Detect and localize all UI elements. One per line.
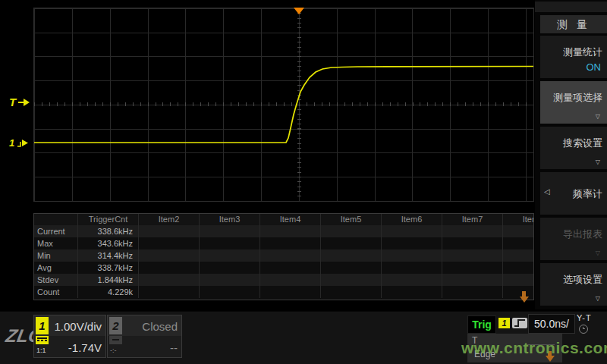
chevron-down-icon: ▽ <box>596 113 600 120</box>
watermark: www.cntronics.com <box>461 339 607 357</box>
table-cell <box>260 237 321 249</box>
table-cell <box>382 249 442 262</box>
table-cell: 314.4kHz <box>78 249 139 262</box>
table-cell <box>200 262 260 274</box>
channel2-status: Closed <box>142 320 178 333</box>
table-cell <box>139 286 200 298</box>
table-cell <box>503 225 534 237</box>
menu-title: 测 量 <box>540 15 607 33</box>
trig-button[interactable]: Trig <box>467 315 496 334</box>
edge-trigger-icon <box>512 318 527 328</box>
table-cell: 1.844kHz <box>78 274 139 286</box>
sidebar-menu-item[interactable]: 导出报表 ▽ <box>540 218 607 260</box>
table-cell <box>260 262 321 274</box>
table-row: Avg338.7kHz <box>34 262 533 274</box>
sidebar-menu-item[interactable]: 测量统计 ON <box>540 36 607 78</box>
table-cell <box>442 225 503 237</box>
table-cell <box>139 237 200 249</box>
timebase-box[interactable]: 50.0ns/ <box>528 314 575 334</box>
sidebar-item-label: 频率计 <box>573 187 602 201</box>
oscilloscope-screen: T 1 TriggerCntItem2Item3Item4Item5Item6I… <box>0 0 607 364</box>
table-row: Current338.6kHz <box>34 225 533 237</box>
table-cell: Avg <box>34 262 78 274</box>
table-cell: Stdev <box>34 274 78 286</box>
chevron-down-icon: ▽ <box>596 295 600 302</box>
sidebar-item-value: ON <box>587 61 602 73</box>
table-header-cell <box>34 214 78 225</box>
waveform-plot <box>33 8 534 202</box>
table-header-cell: Item5 <box>321 214 382 225</box>
table-cell <box>503 286 534 298</box>
table-cell: 338.6kHz <box>78 225 139 237</box>
sidebar-menu-item[interactable]: 搜索设置 ▽ <box>540 127 607 169</box>
table-cell: 4.229k <box>78 286 139 298</box>
table-cell <box>503 249 534 262</box>
channel1-badge: 1 <box>36 317 49 334</box>
dc-coupling-icon <box>36 336 49 344</box>
table-cell <box>382 225 442 237</box>
channel2-badge: 2 <box>109 317 122 334</box>
channel1-offset: -1.74V <box>68 341 102 354</box>
sidebar-top-strip <box>535 2 607 12</box>
scroll-down-icon[interactable] <box>520 297 529 303</box>
table-cell <box>139 274 200 286</box>
chevron-down-icon: ▽ <box>596 249 600 256</box>
table-cell <box>503 237 534 249</box>
table-header-cell: Item8 <box>503 214 534 225</box>
table-cell <box>321 249 382 262</box>
table-cell: 338.7kHz <box>78 262 139 274</box>
sidebar-item-label: 选项设置 <box>563 273 602 287</box>
table-cell <box>321 286 382 298</box>
trigger-level-marker[interactable]: T <box>9 96 30 108</box>
channel1-info-box[interactable]: 1 1:1 1.00V/div -1.74V <box>33 315 106 358</box>
table-cell <box>382 262 442 274</box>
table-header-cell: Item3 <box>200 214 260 225</box>
trigger-position-marker[interactable] <box>294 8 304 14</box>
table-cell <box>442 237 503 249</box>
sidebar-item-label: 测量统计 <box>563 46 602 59</box>
table-row: Max343.6kHz <box>34 237 533 249</box>
clock-icon <box>579 325 588 334</box>
table-cell <box>260 274 321 286</box>
channel1-marker-label: 1 <box>9 137 14 149</box>
table-cell <box>321 274 382 286</box>
table-cell <box>200 249 260 262</box>
channel1-marker-icon <box>16 139 30 148</box>
table-cell <box>200 274 260 286</box>
channel1-scale: 1.00V/div <box>54 320 102 333</box>
measurement-table: TriggerCntItem2Item3Item4Item5Item6Item7… <box>33 213 534 300</box>
table-header-cell: Item4 <box>260 214 321 225</box>
channel1-position-marker[interactable]: 1 <box>9 137 30 149</box>
table-header-cell: Item7 <box>442 214 503 225</box>
sidebar-item-label: 测量项选择 <box>553 91 602 105</box>
table-cell <box>260 249 321 262</box>
table-cell <box>382 274 442 286</box>
table-cell: Current <box>34 225 78 237</box>
table-cell <box>321 262 382 274</box>
sidebar-item-label: 搜索设置 <box>563 136 602 150</box>
table-cell <box>260 225 321 237</box>
table-cell: Max <box>34 237 78 249</box>
sidebar-menu-item[interactable]: 选项设置 ▽ <box>540 263 607 306</box>
table-cell <box>382 237 442 249</box>
channel1-trace <box>34 8 533 201</box>
table-header-row: TriggerCntItem2Item3Item4Item5Item6Item7… <box>34 214 533 225</box>
table-cell <box>200 225 260 237</box>
table-row: Min314.4kHz <box>34 249 533 262</box>
table-row: Count4.229k <box>34 286 533 298</box>
trigger-source-badge: 1 <box>498 318 510 328</box>
table-cell: Min <box>34 249 78 262</box>
table-cell <box>442 274 503 286</box>
channel2-info-box[interactable]: 2 -:- Closed -- <box>107 315 182 358</box>
sidebar-item-label: 导出报表 <box>563 228 602 241</box>
sidebar-menu-item[interactable]: 频率计 ◁ <box>540 172 607 215</box>
display-mode-label[interactable]: Y-T <box>577 313 592 322</box>
table-cell <box>200 237 260 249</box>
collapse-left-icon: ◁ <box>544 187 550 196</box>
table-cell <box>200 286 260 298</box>
sidebar-menu-item[interactable]: 测量项选择 ▽ <box>540 81 607 124</box>
sidebar-menu: 测量统计 ON 测量项选择 ▽ 搜索设置 ▽ 频率计 ◁ 导出报表 ▽ 选项设置… <box>540 36 607 309</box>
table-cell: 343.6kHz <box>78 237 139 249</box>
table-cell <box>260 286 321 298</box>
scroll-down-arrow-stem <box>522 291 526 297</box>
